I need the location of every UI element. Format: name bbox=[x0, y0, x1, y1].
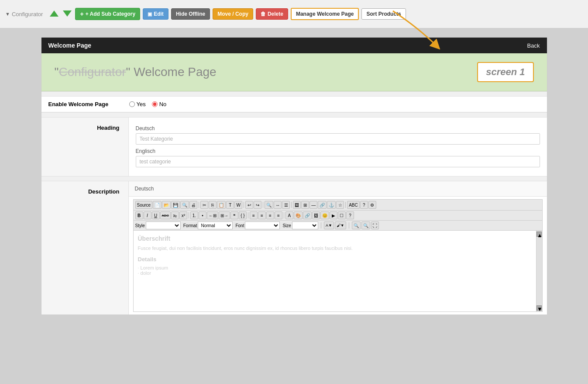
desc-deutsch-header: Deutsch bbox=[129, 181, 547, 197]
font-select[interactable] bbox=[245, 221, 280, 229]
italic-button[interactable]: I bbox=[144, 211, 151, 219]
tb-copy[interactable]: ⎘ bbox=[209, 201, 217, 209]
tb-bgcolor[interactable]: 🎨 bbox=[294, 211, 303, 219]
hide-offline-button[interactable]: Hide Offline bbox=[171, 8, 210, 20]
heading-fields: Deutsch Englisch bbox=[129, 118, 547, 176]
tb-media[interactable]: ▶ bbox=[330, 211, 337, 219]
tb-new-doc[interactable]: 📄 bbox=[153, 201, 162, 209]
no-option[interactable]: No bbox=[152, 101, 167, 107]
tb-extra2[interactable]: ⚙ bbox=[368, 201, 376, 209]
tb-align-right[interactable]: ≡ bbox=[266, 211, 274, 219]
tb-smiley[interactable]: 😊 bbox=[320, 211, 329, 219]
page-heading-text: "Configurator" Welcome Page bbox=[55, 65, 217, 79]
tb-preview[interactable]: 🔍 bbox=[180, 201, 189, 209]
tb-table[interactable]: ⊞ bbox=[301, 201, 309, 209]
tb-help[interactable]: ? bbox=[346, 211, 354, 219]
enable-welcome-page-row: Enable Welcome Page Yes No bbox=[41, 97, 547, 112]
separator4 bbox=[291, 202, 292, 208]
tb-spec[interactable]: ☆ bbox=[336, 201, 344, 209]
tb-align-left[interactable]: ≡ bbox=[250, 211, 258, 219]
tb-zoom-in[interactable]: 🔍 bbox=[352, 221, 361, 229]
tb-link2[interactable]: 🔗 bbox=[303, 211, 312, 219]
format-select[interactable]: Normal bbox=[198, 221, 233, 229]
tb-find[interactable]: 🔍 bbox=[265, 201, 273, 209]
source-button[interactable]: Source bbox=[135, 201, 153, 209]
tb-cut[interactable]: ✂ bbox=[200, 201, 208, 209]
tb-align-center[interactable]: ≡ bbox=[258, 211, 266, 219]
font-label: Font bbox=[235, 223, 244, 228]
editor-body-wrapper: Überschrift Fusce feugiat, dui non facil… bbox=[134, 231, 542, 311]
tb-img2[interactable]: 🖼 bbox=[312, 211, 320, 219]
tb-ol[interactable]: 1. bbox=[190, 211, 198, 219]
bold-button[interactable]: B bbox=[135, 211, 143, 219]
separator8 bbox=[284, 212, 284, 218]
editor-sub: Details bbox=[138, 256, 532, 263]
page-heading-section: "Configurator" Welcome Page screen 1 bbox=[41, 53, 547, 91]
editor-scrollbar[interactable]: ▲ ▼ bbox=[536, 231, 542, 311]
edit-button[interactable]: ▣ Edit bbox=[143, 8, 168, 20]
editor-body[interactable]: Überschrift Fusce feugiat, dui non facil… bbox=[134, 231, 536, 311]
no-radio[interactable] bbox=[152, 101, 158, 107]
scrollbar-down[interactable]: ▼ bbox=[536, 305, 542, 311]
heading-label-col: Heading bbox=[41, 118, 129, 176]
tb-code[interactable]: { } bbox=[239, 211, 247, 219]
tb-zoom-out[interactable]: 🔍 bbox=[361, 221, 370, 229]
tb-quote[interactable]: ❝ bbox=[230, 211, 238, 219]
size-select[interactable] bbox=[292, 221, 318, 229]
underline-button[interactable]: U bbox=[152, 211, 160, 219]
yes-radio[interactable] bbox=[129, 101, 135, 107]
tb-print[interactable]: 🖨 bbox=[189, 201, 197, 209]
tb-hr[interactable]: — bbox=[309, 201, 317, 209]
tb-img[interactable]: 🖼 bbox=[293, 201, 301, 209]
move-copy-button[interactable]: Move / Copy bbox=[213, 8, 253, 20]
heading-deutsch-input[interactable] bbox=[136, 133, 540, 145]
style-label: Style bbox=[135, 223, 145, 228]
separator5 bbox=[345, 202, 346, 208]
back-link[interactable]: Back bbox=[527, 42, 540, 49]
heading-englisch-input[interactable] bbox=[136, 156, 540, 167]
tb-link[interactable]: 🔗 bbox=[318, 201, 327, 209]
tb-paste[interactable]: 📋 bbox=[217, 201, 226, 209]
tb-color[interactable]: A bbox=[285, 211, 293, 219]
tb-align-justify[interactable]: ≡ bbox=[275, 211, 282, 219]
tb-paste-text[interactable]: T bbox=[226, 201, 234, 209]
editor-toolbar-1: Source 📄 📂 💾 🔍 🖨 ✂ ⎘ 📋 T W ↩ bbox=[134, 200, 542, 211]
yes-option[interactable]: Yes bbox=[129, 101, 146, 107]
tb-indent[interactable]: ⊞→ bbox=[219, 211, 230, 219]
tb-undo[interactable]: ↩ bbox=[245, 201, 253, 209]
tb-redo[interactable]: ↪ bbox=[254, 201, 261, 209]
editor-text: Fusce feugiat, dui non facilisis tincidu… bbox=[138, 246, 532, 251]
move-up-button[interactable] bbox=[49, 10, 59, 19]
tb-select-all[interactable]: ☰ bbox=[282, 201, 290, 209]
tb-sup[interactable]: x² bbox=[179, 211, 187, 219]
tb-outdent[interactable]: ←⊞ bbox=[207, 211, 218, 219]
format-label: Format bbox=[183, 223, 197, 228]
tb-ul[interactable]: • bbox=[199, 211, 206, 219]
delete-button[interactable]: 🗑 Delete bbox=[256, 8, 288, 20]
tb-maximize[interactable]: ⛶ bbox=[371, 221, 379, 229]
edit-icon: ▣ bbox=[148, 11, 152, 17]
tb-bg-color2[interactable]: 🖌▼ bbox=[335, 221, 346, 229]
tb-form[interactable]: ☐ bbox=[338, 211, 346, 219]
desc-content: Deutsch Source 📄 📂 💾 🔍 🖨 ✂ ⎘ 📋 bbox=[129, 181, 547, 315]
tb-anchor[interactable]: ⚓ bbox=[327, 201, 336, 209]
tb-save[interactable]: 💾 bbox=[171, 201, 180, 209]
strikethrough-button[interactable]: ABC bbox=[160, 211, 171, 219]
tb-replace[interactable]: ↔ bbox=[274, 201, 282, 209]
move-down-button[interactable] bbox=[62, 10, 72, 19]
editor-item2: · dolor bbox=[138, 270, 532, 276]
style-select[interactable] bbox=[146, 221, 181, 229]
scrollbar-up[interactable]: ▲ bbox=[536, 232, 542, 237]
section-separator-2 bbox=[41, 112, 547, 118]
main-toolbar: ▼ Configurator + + Add Sub Category ▣ Ed… bbox=[0, 0, 588, 28]
rich-text-editor: Source 📄 📂 💾 🔍 🖨 ✂ ⎘ 📋 T W ↩ bbox=[133, 199, 543, 312]
tb-text-color[interactable]: A▼ bbox=[324, 221, 334, 229]
tb-extra1[interactable]: ? bbox=[360, 201, 368, 209]
tb-sub[interactable]: x₂ bbox=[171, 211, 179, 219]
tb-open[interactable]: 📂 bbox=[162, 201, 171, 209]
add-sub-category-button[interactable]: + + Add Sub Category bbox=[75, 8, 140, 20]
tb-spell[interactable]: ABC bbox=[347, 201, 360, 209]
tb-paste-word[interactable]: W bbox=[234, 201, 242, 209]
panel-title: Welcome Page bbox=[48, 42, 92, 49]
trash-icon: 🗑 bbox=[261, 11, 266, 17]
